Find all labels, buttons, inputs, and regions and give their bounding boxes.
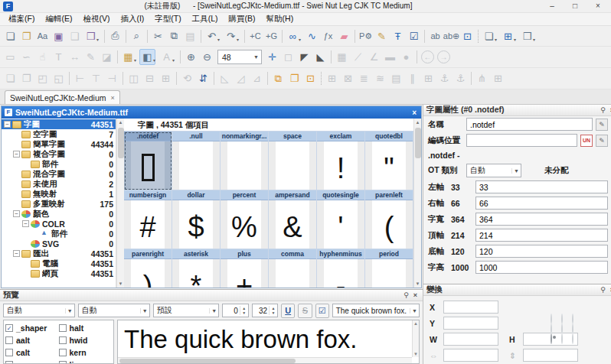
tree-scrollbar[interactable]: ▲ ▼	[116, 119, 124, 288]
menu-item[interactable]: 檔案(F)	[3, 13, 40, 25]
scrollbar-thumb[interactable]	[118, 128, 124, 158]
toolbar-icon[interactable]: ⊕	[183, 49, 199, 65]
toolbar-icon[interactable]: Ŧ	[390, 28, 406, 44]
close-icon[interactable]: ×	[608, 106, 611, 114]
toolbar-icon[interactable]: ←	[421, 50, 434, 63]
toolbar-icon[interactable]	[180, 50, 181, 63]
toolbar-icon[interactable]	[69, 72, 70, 85]
glyph-cell[interactable]: dollar $	[172, 190, 221, 249]
feature-checkbox[interactable]	[59, 336, 67, 344]
toolbar-icon[interactable]: ∞	[285, 28, 301, 44]
profile-select[interactable]: 預設 ▼	[153, 304, 220, 317]
toolbar-icon[interactable]: ⌕	[129, 28, 145, 44]
feature-item[interactable]: ✓ _shaper	[5, 322, 59, 334]
toolbar-icon[interactable]: ↔	[67, 49, 83, 65]
toolbar-icon[interactable]: ✎	[374, 28, 390, 44]
metric-input[interactable]	[475, 180, 608, 193]
feature-checkbox[interactable]	[5, 361, 13, 364]
toolbar-icon[interactable]	[123, 72, 123, 85]
features-toggle-button[interactable]: ☑	[315, 304, 329, 318]
document-tab[interactable]: SweiNutLegCJKtc-Medium ×	[5, 90, 120, 104]
toolbar-icon[interactable]: ▰	[336, 28, 352, 44]
pin-icon[interactable]: ⚲	[401, 291, 411, 299]
toolbar-icon[interactable]: ∠	[366, 49, 382, 65]
toolbar-icon[interactable]: ⊠	[340, 70, 356, 86]
menu-item[interactable]: 檢視(V)	[77, 13, 115, 25]
toolbar-icon[interactable]	[176, 72, 177, 85]
anchor-radio[interactable]	[561, 324, 572, 334]
toolbar-icon[interactable]: ab⊕	[443, 28, 459, 44]
toolbar-icon[interactable]: ◿	[233, 70, 249, 86]
chevron-down-icon[interactable]: ▼	[65, 308, 74, 314]
toolbar-icon[interactable]: ◰	[34, 70, 51, 86]
preview-vertical-scrollbar[interactable]: ▲▼	[412, 320, 419, 357]
toolbar-icon[interactable]: ❐	[286, 70, 302, 86]
toolbar-icon[interactable]	[244, 30, 245, 43]
toolbar-icon[interactable]: ⊤	[88, 70, 104, 86]
toolbar-icon[interactable]: ◪	[99, 49, 115, 65]
toolbar-icon[interactable]: ⊟	[142, 70, 158, 86]
toolbar-icon[interactable]: ▤	[388, 70, 404, 86]
toolbar-icon[interactable]: ❒	[519, 28, 535, 44]
feature-item[interactable]: calt	[5, 346, 59, 359]
tree-item[interactable]: 無映射 1	[2, 189, 116, 199]
chevron-down-icon[interactable]: ▼	[511, 168, 521, 174]
toolbar-icon[interactable]: ⊣	[104, 70, 120, 86]
feature-item[interactable]: liga	[59, 359, 113, 364]
glyph-cell[interactable]: space	[269, 132, 317, 190]
toolbar-icon[interactable]: ◻	[280, 49, 296, 65]
toolbar-icon[interactable]: ≣	[356, 70, 372, 86]
toolbar-icon[interactable]: ▣	[51, 28, 67, 44]
toolbar-icon[interactable]: ⊞	[490, 70, 506, 86]
tree-item[interactable]: SVG 0	[2, 239, 116, 249]
toolbar-icon[interactable]: ⊞	[324, 70, 340, 86]
glyph-name-input[interactable]	[466, 118, 593, 131]
tree-expand-icon[interactable]: −	[22, 220, 29, 227]
anchor-radio[interactable]	[561, 314, 572, 324]
close-icon[interactable]: ×	[608, 286, 611, 294]
pin-icon[interactable]: ⚲	[598, 106, 608, 114]
scroll-down-icon[interactable]: ▼	[416, 280, 420, 288]
toolbar-icon[interactable]: ⊞	[158, 70, 174, 86]
toolbar-icon[interactable]: →	[437, 50, 450, 63]
toolbar-icon[interactable]	[417, 50, 417, 63]
edit-pencil-icon[interactable]: ✎	[596, 119, 608, 131]
toolbar-icon[interactable]: ▤	[182, 28, 198, 44]
glyph-cell[interactable]: .notdef	[124, 132, 172, 190]
w-input[interactable]	[443, 333, 498, 346]
x-input[interactable]	[443, 301, 498, 314]
metric-input[interactable]	[475, 213, 608, 226]
menu-item[interactable]: 字型(T)	[149, 13, 186, 25]
minimize-button[interactable]: –	[541, 0, 564, 12]
anchor-radio[interactable]	[572, 324, 583, 334]
tree-item[interactable]: 混合字圖 0	[2, 169, 116, 179]
edit-pencil-icon[interactable]: ✎	[596, 135, 608, 147]
maximize-button[interactable]: □	[564, 0, 586, 12]
toolbar-icon[interactable]: ⟲	[179, 70, 195, 86]
toolbar-icon[interactable]: ⇵	[195, 70, 211, 86]
toolbar-icon[interactable]: ↷	[223, 28, 239, 44]
anchor-radio[interactable]	[551, 314, 561, 324]
glyph-cell[interactable]: exclam !	[317, 132, 365, 190]
toolbar-icon[interactable]: ⚓	[436, 70, 453, 86]
toolbar-icon[interactable]	[478, 30, 479, 43]
tracking-stepper[interactable]: 0 ▲▼	[222, 304, 248, 317]
glyph-cell[interactable]: hyphenminus -	[317, 249, 365, 288]
toolbar-icon[interactable]	[282, 30, 283, 43]
feature-item[interactable]: kern	[59, 346, 113, 359]
toolbar-icon[interactable]: +C	[247, 28, 263, 44]
feature-checkbox[interactable]	[5, 349, 13, 356]
ot-class-select[interactable]: 自動 ▼	[466, 164, 521, 177]
metric-input[interactable]	[475, 261, 608, 274]
tree-expand-icon[interactable]: −	[13, 250, 20, 257]
language-select[interactable]: 自動 ▼	[78, 304, 150, 317]
toolbar-icon[interactable]: ∽	[18, 49, 34, 65]
glyph-cell[interactable]: period .	[365, 249, 413, 288]
toolbar-icon[interactable]: ✛	[264, 49, 280, 65]
preview-text-area[interactable]: The quick brown fox. ▲▼	[117, 320, 420, 364]
toolbar-icon[interactable]: ◫	[126, 70, 142, 86]
glyph-cell[interactable]: comma ,	[269, 249, 317, 288]
unicode-badge-icon[interactable]: UN	[580, 135, 593, 147]
anchor-radio[interactable]	[572, 314, 583, 324]
toolbar-icon[interactable]: ◱	[51, 70, 67, 86]
